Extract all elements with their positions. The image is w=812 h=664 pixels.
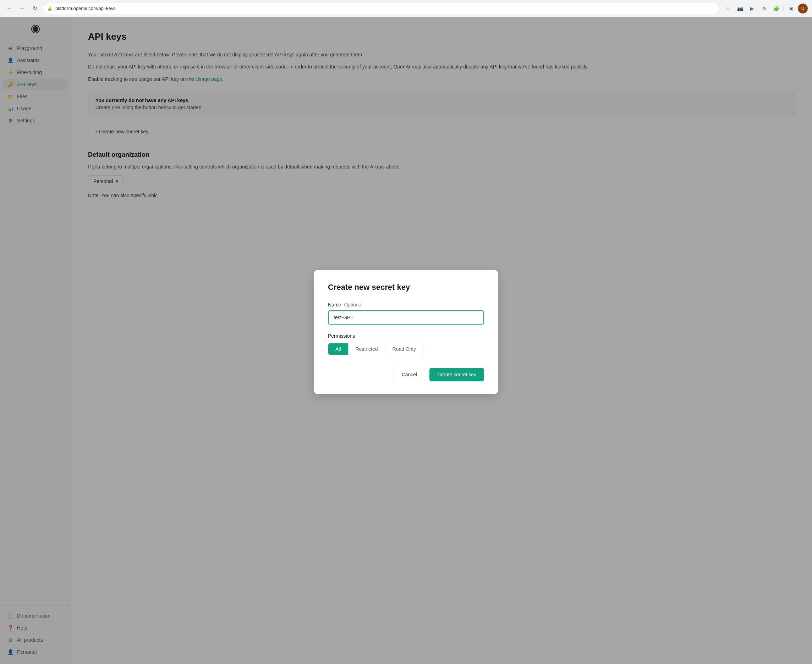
permissions-group: All Restricted Read Only	[328, 343, 423, 355]
permissions-label: Permissions	[328, 333, 484, 339]
extension-btn2[interactable]: ⚙	[759, 3, 769, 13]
modal-actions: Cancel Create secret key	[328, 368, 484, 381]
name-label: Name Optional	[328, 302, 484, 308]
browser-right-icons: ☆ 📷 ▶ ⚙ 🧩 ▣ U	[723, 3, 808, 13]
user-avatar[interactable]: U	[798, 3, 808, 13]
address-bar[interactable]: 🔒 platform.openai.com/api-keys	[42, 3, 720, 14]
extension-btn1[interactable]: ▶	[747, 3, 757, 13]
screenshot-button[interactable]: 📷	[735, 3, 745, 13]
permission-read-only-button[interactable]: Read Only	[385, 343, 423, 355]
url-text: platform.openai.com/api-keys	[55, 6, 116, 11]
permission-all-button[interactable]: All	[328, 343, 349, 355]
create-secret-key-modal: Create new secret key Name Optional Perm…	[314, 270, 498, 394]
create-secret-key-button[interactable]: Create secret key	[429, 368, 484, 381]
modal-overlay[interactable]: Create new secret key Name Optional Perm…	[0, 0, 812, 664]
modal-title: Create new secret key	[328, 283, 484, 292]
lock-icon: 🔒	[47, 6, 52, 11]
extension-btn3[interactable]: 🧩	[771, 3, 781, 13]
forward-button[interactable]: →	[17, 3, 27, 13]
separator	[783, 5, 784, 12]
permission-restricted-button[interactable]: Restricted	[349, 343, 385, 355]
sidebar-toggle-button[interactable]: ▣	[786, 3, 796, 13]
refresh-button[interactable]: ↻	[30, 3, 40, 13]
back-button[interactable]: ←	[4, 3, 14, 13]
browser-chrome: ← → ↻ 🔒 platform.openai.com/api-keys ☆ 📷…	[0, 0, 812, 17]
cancel-button[interactable]: Cancel	[394, 368, 426, 381]
optional-label: Optional	[344, 302, 362, 308]
key-name-input[interactable]	[328, 310, 484, 325]
star-button[interactable]: ☆	[723, 3, 733, 13]
